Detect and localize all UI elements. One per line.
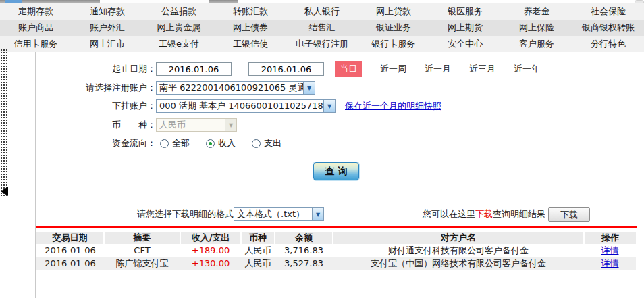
menu-item-social-insurance[interactable]: 社会保险	[572, 5, 644, 18]
menu-row-2: 账户商品 账户外汇 网上贵金属 网上债券 结售汇 银证业务 网上期货 网上保险 …	[0, 20, 644, 36]
download-hint-suffix: 查询明细结果	[493, 208, 545, 220]
download-hint-group: 您可以在这里 下载 查询明细结果 下载	[423, 207, 590, 222]
radio-checked-icon	[206, 139, 215, 148]
detail-link[interactable]: 详情	[601, 245, 619, 255]
date-range-label: 起止日期：	[36, 63, 156, 75]
date-range-row: 起止日期： — 当日 近一周 近一月 近三月 近一年	[36, 61, 637, 77]
collapse-left-arrow-icon	[1, 187, 8, 196]
detail-link[interactable]: 详情	[601, 258, 619, 268]
flow-option-expense[interactable]: 支出	[252, 137, 281, 149]
range-last-3-months-button[interactable]: 近三月	[469, 63, 495, 75]
radio-unchecked-icon	[252, 139, 261, 148]
range-last-week-button[interactable]: 近一周	[380, 63, 406, 75]
menu-item-bank-securities[interactable]: 银证业务	[358, 22, 429, 34]
download-button[interactable]: 下载	[548, 207, 590, 222]
dropdown-arrow-icon: ▼	[303, 82, 315, 94]
table-row: 2016-01-06 CFT +189.00 人民币 3,716.83 财付通支…	[36, 244, 636, 257]
cell-trade-date: 2016-01-06	[36, 244, 104, 257]
menu-item-account-products[interactable]: 账户商品	[0, 22, 72, 34]
flow-option-income[interactable]: 收入	[206, 137, 236, 149]
flow-option-all[interactable]: 全部	[160, 137, 190, 149]
cell-counterparty: 支付宝（中国）网络技术有限公司客户备付金	[333, 257, 584, 270]
menu-item-security-center[interactable]: 安全中心	[429, 38, 501, 50]
banking-page: 定期存款 通知存款 公益捐款 转账汇款 私人银行 网上贷款 银医服务 养老金 社…	[0, 0, 644, 298]
header-action: 操作	[584, 232, 636, 244]
menu-item-fixed-deposit[interactable]: 定期存款	[0, 5, 72, 18]
download-hint-link[interactable]: 下载	[475, 208, 493, 220]
header-trade-date: 交易日期	[36, 232, 104, 244]
header-counterparty: 对方户名	[333, 232, 584, 244]
menu-item-icbc-epay[interactable]: 工银e支付	[143, 38, 215, 50]
register-account-select[interactable]: 南平 6222001406100921065 灵通卡 ▼	[156, 81, 315, 95]
menu-item-online-insurance[interactable]: 网上保险	[501, 22, 572, 34]
sub-account-row: 下挂账户： 000 活期 基本户 1406600101102571848 ▼ 保…	[36, 98, 637, 114]
download-format-select[interactable]: 文本格式（.txt） ▼	[234, 207, 324, 221]
register-account-value: 南平 6222001406100921065 灵通卡	[157, 82, 303, 94]
menu-item-pension[interactable]: 养老金	[501, 5, 572, 18]
currency-row: 币 种： 人民币 ▼	[36, 117, 637, 133]
sub-account-label: 下挂账户：	[36, 100, 156, 112]
cell-amount: +189.00	[180, 244, 241, 257]
flow-option-expense-label: 支出	[264, 137, 281, 149]
menu-item-bankcard-service[interactable]: 银行卡服务	[358, 38, 429, 50]
currency-label: 币 种：	[36, 119, 156, 131]
cell-currency: 人民币	[241, 257, 275, 270]
cell-balance: 3,527.83	[275, 257, 333, 270]
currency-value: 人民币	[157, 119, 225, 131]
menu-item-online-fx-market[interactable]: 网上汇市	[72, 38, 143, 50]
radio-unchecked-icon	[160, 139, 169, 148]
fund-flow-label: 资金流向：	[36, 137, 156, 149]
menu-item-bank-medical[interactable]: 银医服务	[429, 5, 501, 18]
menu-item-online-futures[interactable]: 网上期货	[429, 22, 501, 34]
currency-select: 人民币 ▼	[156, 118, 237, 132]
cell-trade-date: 2016-01-06	[36, 257, 104, 270]
header-balance: 余额	[275, 232, 333, 244]
query-panel: 起止日期： — 当日 近一周 近一月 近三月 近一年 请选择注册账户： 南平 6…	[35, 52, 637, 298]
menu-item-transfer-remit[interactable]: 转账汇款	[215, 5, 286, 18]
cell-balance: 3,716.83	[275, 244, 333, 257]
menu-item-charity-donation[interactable]: 公益捐款	[143, 5, 215, 18]
register-account-label: 请选择注册账户：	[36, 82, 156, 94]
menu-item-online-loan[interactable]: 网上贷款	[358, 5, 429, 18]
sidebar-collapse-handle[interactable]	[0, 49, 9, 196]
menu-row-1: 定期存款 通知存款 公益捐款 转账汇款 私人银行 网上贷款 银医服务 养老金 社…	[0, 3, 644, 20]
header-currency: 币种	[241, 232, 275, 244]
cell-amount: +130.00	[180, 257, 241, 270]
menu-item-notice-deposit[interactable]: 通知存款	[72, 5, 143, 18]
table-header-row: 交易日期 摘要 收入/支出 币种 余额 对方户名 操作	[36, 232, 636, 244]
menu-item-credit-card-service[interactable]: 信用卡服务	[0, 38, 72, 50]
range-last-year-button[interactable]: 近一年	[514, 63, 540, 75]
date-range-dash: —	[236, 64, 244, 74]
range-last-month-button[interactable]: 近一月	[425, 63, 451, 75]
date-to-input[interactable]	[248, 62, 324, 76]
table-row: 2016-01-06 陈广锦支付宝 +130.00 人民币 3,527.83 支…	[36, 257, 636, 270]
cell-currency: 人民币	[241, 244, 275, 257]
download-hint-prefix: 您可以在这里	[423, 208, 475, 220]
menu-item-private-banking[interactable]: 私人银行	[286, 5, 358, 18]
top-navigation-menu: 定期存款 通知存款 公益捐款 转账汇款 私人银行 网上贷款 银医服务 养老金 社…	[0, 3, 644, 52]
menu-item-icbc-messenger[interactable]: 工银信使	[215, 38, 286, 50]
menu-item-branch-features[interactable]: 分行特色	[572, 38, 644, 50]
menu-item-bank-merchant-transfer[interactable]: 银商银权转账	[572, 22, 644, 34]
menu-item-ebanking-register[interactable]: 电子银行注册	[286, 38, 358, 50]
menu-item-customer-service[interactable]: 客户服务	[501, 38, 572, 50]
date-from-input[interactable]	[156, 62, 232, 76]
register-account-row: 请选择注册账户： 南平 6222001406100921065 灵通卡 ▼	[36, 80, 637, 96]
sub-account-select[interactable]: 000 活期 基本户 1406600101102571848 ▼	[156, 99, 336, 113]
cell-summary: CFT	[104, 244, 180, 257]
dropdown-arrow-icon: ▼	[323, 100, 335, 112]
menu-item-online-bonds[interactable]: 网上债券	[215, 22, 286, 34]
transaction-table: 交易日期 摘要 收入/支出 币种 余额 对方户名 操作 2016-01-06 C…	[36, 232, 636, 270]
dropdown-arrow-icon: ▼	[225, 119, 236, 131]
menu-item-precious-metal[interactable]: 网上贵金属	[143, 22, 215, 34]
dropdown-arrow-icon: ▼	[312, 208, 323, 220]
menu-row-3: 信用卡服务 网上汇市 工银e支付 工银信使 电子银行注册 银行卡服务 安全中心 …	[0, 36, 644, 52]
flow-option-all-label: 全部	[172, 137, 190, 149]
save-snapshot-link[interactable]: 保存近一个月的明细快照	[345, 100, 441, 112]
cell-counterparty: 财付通支付科技有限公司客户备付金	[333, 244, 584, 257]
menu-item-account-forex[interactable]: 账户外汇	[72, 22, 143, 34]
menu-item-fx-settlement[interactable]: 结售汇	[286, 22, 358, 34]
query-button[interactable]: 查 询	[313, 162, 359, 180]
range-today-button[interactable]: 当日	[335, 61, 362, 77]
header-income-expense: 收入/支出	[180, 232, 241, 244]
